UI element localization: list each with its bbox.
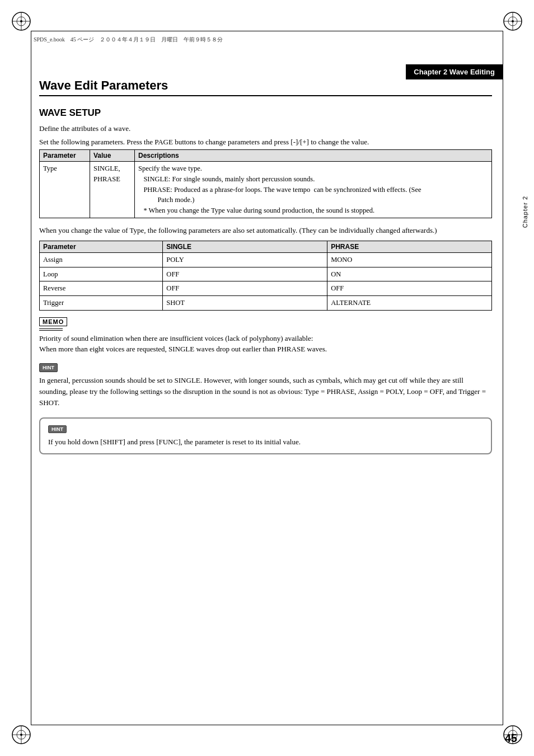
hint-text: In general, percussion sounds should be … (39, 375, 492, 408)
corner-decoration-bl (10, 724, 32, 746)
table2-header-param: Parameter (40, 241, 163, 252)
table2-param-trigger: Trigger (40, 296, 163, 311)
section-desc1: Define the attributes of a wave. (39, 123, 492, 134)
table-wave-type: Parameter Value Descriptions Type SINGLE… (39, 149, 492, 218)
table1-param-type: Type (40, 162, 90, 218)
section-desc2: Set the following parameters. Press the … (39, 137, 492, 148)
chapter-side-label: Chapter 2 (522, 196, 528, 228)
table1-value-type: SINGLE,PHRASE (90, 162, 135, 218)
page-number: 45 (505, 732, 517, 745)
table1-header-value: Value (90, 150, 135, 162)
hint-section: HINT In general, percussion sounds shoul… (39, 363, 492, 408)
table-row: Loop OFF ON (40, 267, 492, 281)
table-row: Trigger SHOT ALTERNATE (40, 296, 492, 311)
table2-param-loop: Loop (40, 267, 163, 281)
table2-phrase-reverse: OFF (327, 281, 492, 296)
table2-param-reverse: Reverse (40, 281, 163, 296)
table2-phrase-assign: MONO (327, 252, 492, 267)
border-bottom (31, 725, 503, 725)
table2-header-phrase: PHRASE (327, 241, 492, 252)
table1-header-desc: Descriptions (135, 150, 492, 162)
table2-single-loop: OFF (163, 267, 327, 281)
memo-icon: MEMO (39, 317, 492, 331)
between-tables-text: When you change the value of Type, the f… (39, 225, 492, 236)
main-content: Wave Edit Parameters WAVE SETUP Define t… (39, 34, 492, 722)
table-row: Assign POLY MONO (40, 252, 492, 267)
table-auto-params: Parameter SINGLE PHRASE Assign POLY MONO… (39, 241, 492, 311)
table2-phrase-trigger: ALTERNATE (327, 296, 492, 311)
corner-decoration-tl (10, 10, 32, 32)
table2-param-assign: Assign (40, 252, 163, 267)
table2-header-single: SINGLE (163, 241, 327, 252)
table2-single-assign: POLY (163, 252, 327, 267)
table-row: Reverse OFF OFF (40, 281, 492, 296)
corner-decoration-tr (502, 10, 524, 32)
table-row: Type SINGLE,PHRASE Specify the wave type… (40, 162, 492, 218)
page-title: Wave Edit Parameters (39, 78, 492, 96)
table2-phrase-loop: ON (327, 267, 492, 281)
section-wave-setup-title: WAVE SETUP (39, 107, 492, 119)
hint-box-badge: HINT (48, 425, 67, 433)
memo-text2: When more than eight voices are requeste… (39, 344, 492, 355)
memo-section: MEMO Priority of sound elimination when … (39, 317, 492, 355)
hint-box-text: If you hold down [SHIFT] and press [FUNC… (48, 436, 483, 448)
table2-single-trigger: SHOT (163, 296, 327, 311)
table1-desc-type: Specify the wave type. SINGLE: For singl… (135, 162, 492, 218)
hint-icon: HINT (39, 363, 58, 372)
border-right (503, 31, 503, 725)
table2-single-reverse: OFF (163, 281, 327, 296)
hint-box: HINT If you hold down [SHIFT] and press … (39, 417, 492, 454)
border-left (31, 31, 31, 725)
border-top (31, 31, 503, 31)
table1-header-param: Parameter (40, 150, 90, 162)
memo-text1: Priority of sound elimination when there… (39, 333, 492, 344)
